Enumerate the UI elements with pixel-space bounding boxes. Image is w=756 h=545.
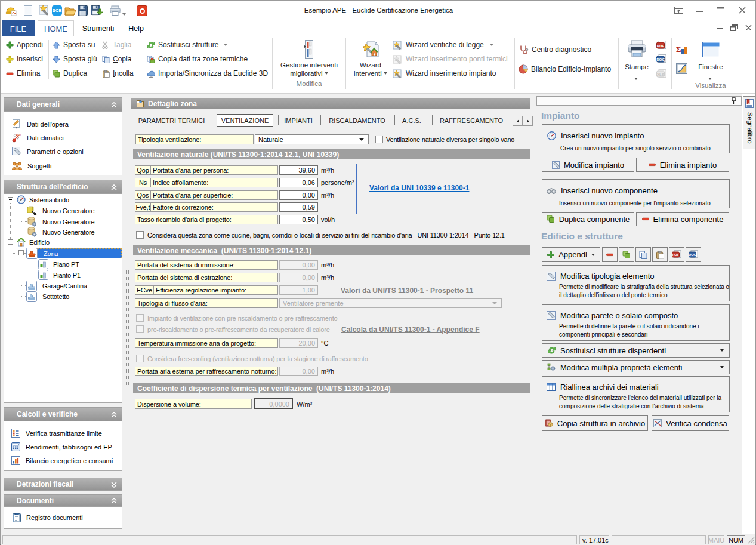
svg-text:PDF: PDF xyxy=(672,253,680,257)
svg-text:DOC: DOC xyxy=(656,57,665,61)
svg-text:PDF: PDF xyxy=(657,44,665,48)
svg-text:DOC: DOC xyxy=(689,253,697,257)
svg-text:sss: sss xyxy=(16,133,21,137)
svg-text:Σ: Σ xyxy=(676,45,681,54)
svg-text:XLS: XLS xyxy=(657,72,664,76)
